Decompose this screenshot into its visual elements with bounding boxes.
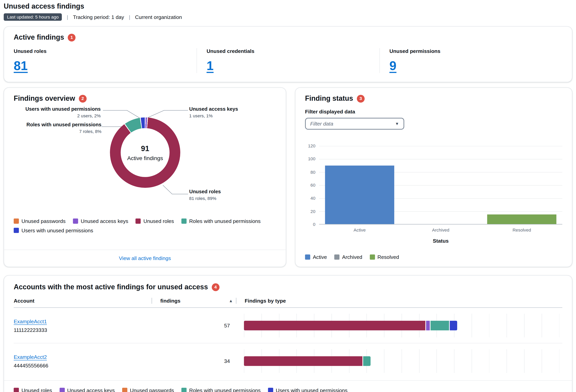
- metric-unused-permissions: Unused permissions 9: [379, 48, 562, 73]
- accounts-legend: Unused roles Unused access keys Unused p…: [4, 381, 572, 392]
- legend-item-roles-with-unused-permissions[interactable]: Roles with unused permissions: [181, 218, 261, 224]
- view-all-active-findings-link[interactable]: View all active findings: [119, 255, 171, 261]
- donut-ring[interactable]: 91 Active findings: [110, 117, 180, 188]
- finding-status-card: Finding status 3 Filter displayed data F…: [295, 88, 572, 267]
- stacked-bar-exampleacct2: [244, 356, 371, 366]
- legend-item-resolved[interactable]: Resolved: [370, 254, 399, 260]
- accounts-table-header: Account findings ▲ Findings by type: [14, 298, 562, 308]
- findings-overview-header: Findings overview 2: [4, 94, 286, 103]
- metric-label: Unused roles: [14, 48, 197, 54]
- legend-label: Archived: [342, 254, 362, 260]
- sort-ascending-icon: ▲: [229, 299, 233, 303]
- finding-status-header: Finding status 3: [305, 94, 562, 103]
- column-header-findings-label: findings: [160, 298, 180, 303]
- hotspot-badge-3[interactable]: 3: [357, 95, 365, 102]
- legend-item-roles-with-unused-permissions[interactable]: Roles with unused permissions: [181, 387, 261, 392]
- legend-item-users-with-unused-permissions[interactable]: Users with unused permissions: [14, 227, 93, 233]
- x-axis-tick-archived: Archived: [400, 227, 481, 233]
- legend-swatch: [73, 218, 78, 224]
- stacked-bar-exampleacct1: [244, 321, 457, 330]
- meta-separator: |: [67, 14, 68, 20]
- table-row: ExampleAcct2 444455556666 34: [14, 343, 562, 379]
- legend-item-unused-roles[interactable]: Unused roles: [14, 387, 52, 392]
- x-axis-tick-resolved: Resolved: [481, 227, 562, 233]
- scope-text: Current organization: [135, 14, 182, 20]
- accounts-header: Accounts with the most active findings f…: [4, 283, 572, 291]
- bar-segment-unused-roles[interactable]: [244, 321, 425, 330]
- legend-item-users-with-unused-permissions[interactable]: Users with unused permissions: [268, 387, 347, 392]
- legend-swatch: [14, 228, 19, 233]
- y-axis-tick: 80: [311, 169, 315, 175]
- bar-slot-active: [319, 146, 400, 224]
- bar-resolved[interactable]: [488, 214, 556, 224]
- accounts-title: Accounts with the most active findings f…: [14, 283, 208, 291]
- accounts-card: Accounts with the most active findings f…: [4, 275, 572, 392]
- legend-item-unused-access-keys[interactable]: Unused access keys: [73, 218, 128, 224]
- legend-item-archived[interactable]: Archived: [334, 254, 362, 260]
- callout-roles-with-unused-permissions: Roles with unused permissions 7 roles, 8…: [27, 122, 101, 134]
- column-header-account: Account: [14, 298, 151, 303]
- stacked-bar-track: [244, 349, 562, 373]
- unused-credentials-count-link[interactable]: 1: [207, 59, 214, 73]
- legend-swatch: [122, 388, 127, 392]
- legend-item-unused-roles[interactable]: Unused roles: [136, 218, 174, 224]
- hotspot-badge-4[interactable]: 4: [212, 283, 220, 291]
- account-link-exampleacct2[interactable]: ExampleAcct2: [14, 354, 47, 360]
- legend-label: Roles with unused permissions: [189, 387, 260, 392]
- tracking-period-text: Tracking period: 1 day: [73, 14, 124, 20]
- active-findings-metrics: Unused roles 81 Unused credentials 1 Unu…: [14, 48, 562, 73]
- account-link-exampleacct1[interactable]: ExampleAcct1: [14, 318, 47, 324]
- bar-active[interactable]: [325, 166, 394, 224]
- bar-segment-roles-with-unused-permissions[interactable]: [431, 321, 449, 330]
- table-row: ExampleAcct1 111122223333 57: [14, 308, 562, 343]
- legend-swatch: [334, 254, 340, 260]
- legend-label: Users with unused permissions: [22, 227, 93, 233]
- legend-item-unused-passwords[interactable]: Unused passwords: [14, 218, 66, 224]
- bar-segment-unused-access-keys[interactable]: [426, 321, 430, 330]
- stacked-bar-track: [244, 313, 562, 337]
- account-id: 444455556666: [14, 362, 151, 368]
- legend-label: Unused passwords: [22, 218, 66, 224]
- callout-label: Unused roles: [189, 189, 221, 194]
- legend-label: Resolved: [377, 254, 399, 260]
- x-axis-title: Status: [319, 238, 562, 244]
- active-findings-header: Active findings 1: [14, 33, 562, 42]
- metric-unused-roles: Unused roles 81: [14, 48, 197, 73]
- finding-status-bar-chart: 120 100 80 60 40 20 0: [305, 146, 562, 224]
- legend-label: Users with unused permissions: [276, 387, 347, 392]
- bar-segment-users-with-unused-permissions[interactable]: [450, 321, 457, 330]
- donut-legend: Unused passwords Unused access keys Unus…: [4, 215, 286, 233]
- legend-item-unused-access-keys[interactable]: Unused access keys: [59, 387, 115, 392]
- filter-data-placeholder: Filter data: [310, 121, 333, 126]
- column-header-findings-by-type: Findings by type: [236, 298, 562, 303]
- filter-data-select[interactable]: Filter data ▼: [305, 118, 404, 130]
- metric-unused-credentials: Unused credentials 1: [197, 48, 379, 73]
- finding-status-title: Finding status: [305, 94, 353, 103]
- column-header-findings[interactable]: findings ▲: [151, 298, 236, 303]
- page-meta-row: Last updated: 5 hours ago | Tracking per…: [4, 13, 572, 21]
- active-findings-title: Active findings: [14, 33, 64, 42]
- hotspot-badge-1[interactable]: 1: [68, 33, 76, 41]
- hotspot-badge-2[interactable]: 2: [79, 95, 87, 102]
- donut-chart: 91 Active findings Users with unused per…: [4, 104, 286, 215]
- legend-item-active[interactable]: Active: [305, 254, 327, 260]
- bar-segment-unused-roles[interactable]: [244, 356, 362, 366]
- y-axis-tick: 40: [311, 196, 315, 201]
- y-axis-tick: 0: [313, 222, 316, 227]
- legend-item-unused-passwords[interactable]: Unused passwords: [122, 387, 174, 392]
- bar-segment-roles-with-unused-permissions[interactable]: [363, 356, 371, 366]
- unused-access-findings-page: Unused access findings Last updated: 5 h…: [0, 0, 576, 392]
- page-scale-wrapper: Unused access findings Last updated: 5 h…: [0, 0, 576, 392]
- unused-roles-count-link[interactable]: 81: [14, 59, 28, 73]
- legend-label: Unused passwords: [130, 387, 174, 392]
- active-findings-card: Active findings 1 Unused roles 81 Unused…: [4, 26, 572, 82]
- caret-down-icon: ▼: [395, 121, 399, 126]
- unused-permissions-count-link[interactable]: 9: [389, 59, 397, 73]
- callout-label: Unused access keys: [189, 106, 238, 112]
- findings-overview-footer: View all active findings: [4, 244, 286, 267]
- account-id: 111122223333: [14, 327, 151, 333]
- legend-swatch: [268, 388, 273, 392]
- y-axis-tick: 120: [308, 143, 315, 149]
- meta-separator: |: [129, 14, 130, 20]
- callout-detail: 81 roles, 89%: [189, 196, 221, 201]
